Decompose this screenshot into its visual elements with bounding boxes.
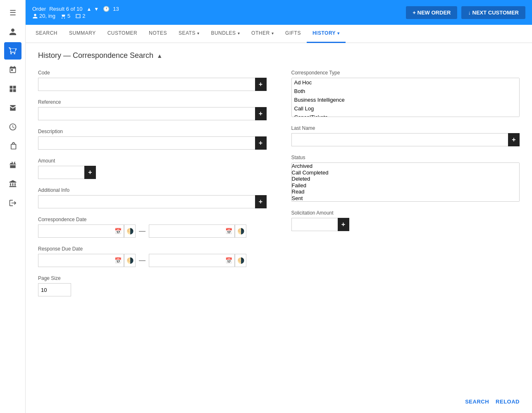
main-content: Order Result 6 of 10 ▲ ▼ 🕐 13 20, ing 5 bbox=[26, 0, 532, 413]
code-input-wrap: + bbox=[38, 78, 267, 91]
code-label: Code bbox=[38, 70, 267, 76]
tab-customer[interactable]: CUSTOMER bbox=[102, 25, 143, 43]
reference-add-btn[interactable]: + bbox=[255, 107, 267, 120]
ct-option-canceltickets[interactable]: CancelTickets bbox=[292, 113, 520, 117]
sidebar-icon-gift-bag[interactable] bbox=[4, 137, 21, 155]
tab-notes[interactable]: NOTES bbox=[143, 25, 173, 43]
additional-info-add-btn[interactable]: + bbox=[255, 195, 267, 208]
correspondence-type-group: Correspondence Type Ad Hoc Both Business… bbox=[291, 70, 520, 117]
ct-option-calllog[interactable]: Call Log bbox=[292, 104, 520, 113]
reload-button[interactable]: RELOAD bbox=[496, 399, 520, 405]
user-count: 20, ing bbox=[39, 13, 55, 19]
sidebar-icon-store[interactable] bbox=[4, 99, 21, 117]
response-due-date-label: Response Due Date bbox=[38, 246, 267, 252]
status-label: Status bbox=[291, 155, 520, 160]
sidebar-icon-cart[interactable] bbox=[4, 42, 21, 60]
clock-value: 13 bbox=[113, 6, 119, 12]
tab-other[interactable]: OTHER ▾ bbox=[246, 25, 279, 43]
corr-date-start-wrap: 📅 🌗 bbox=[38, 224, 136, 238]
page-size-input[interactable] bbox=[38, 283, 71, 296]
tab-summary[interactable]: SUMMARY bbox=[63, 25, 102, 43]
correspondence-date-label: Correspondence Date bbox=[38, 217, 267, 222]
description-group: Description + bbox=[38, 129, 267, 150]
amount-add-btn[interactable]: + bbox=[84, 166, 96, 179]
resp-date-end-input[interactable] bbox=[149, 254, 223, 267]
description-add-btn[interactable]: + bbox=[255, 136, 267, 150]
tab-seats[interactable]: SEATS ▾ bbox=[173, 25, 205, 43]
status-call-completed[interactable]: Call Completed bbox=[292, 169, 520, 176]
ct-option-both[interactable]: Both bbox=[292, 87, 520, 95]
solicitation-amount-input[interactable] bbox=[291, 218, 338, 231]
description-input-wrap: + bbox=[38, 136, 267, 150]
status-sent[interactable]: Sent bbox=[292, 195, 520, 202]
status-read[interactable]: Read bbox=[292, 189, 520, 195]
status-listbox[interactable]: Archived Call Completed Deleted Failed R… bbox=[291, 162, 520, 202]
sidebar-icon-clock[interactable] bbox=[4, 118, 21, 136]
prev-result-btn[interactable]: ▲ bbox=[86, 6, 92, 12]
corr-date-start-clock-btn[interactable]: 🌗 bbox=[124, 224, 136, 238]
additional-info-input[interactable] bbox=[38, 195, 255, 208]
collapse-icon[interactable]: ▲ bbox=[157, 53, 162, 59]
resp-date-start-input[interactable] bbox=[38, 254, 112, 267]
search-button[interactable]: SEARCH bbox=[465, 399, 489, 405]
resp-date-start-clock-btn[interactable]: 🌗 bbox=[124, 254, 136, 267]
status-deleted[interactable]: Deleted bbox=[292, 176, 520, 182]
solicitation-amount-add-btn[interactable]: + bbox=[338, 218, 349, 231]
resp-date-end-calendar-btn[interactable]: 📅 bbox=[223, 254, 235, 267]
tab-search[interactable]: SEARCH bbox=[30, 25, 63, 43]
corr-date-end-clock-btn[interactable]: 🌗 bbox=[235, 224, 246, 238]
left-column: Code + Reference + Description bbox=[38, 70, 267, 305]
ct-option-bi[interactable]: Business Intelligence bbox=[292, 95, 520, 104]
cart-count: 5 bbox=[67, 13, 70, 19]
sidebar-icon-grid[interactable] bbox=[4, 80, 21, 98]
sidebar-icon-calendar[interactable] bbox=[4, 61, 21, 79]
reference-group: Reference + bbox=[38, 99, 267, 120]
ct-option-adhoc[interactable]: Ad Hoc bbox=[292, 78, 520, 87]
next-result-btn[interactable]: ▼ bbox=[93, 6, 100, 12]
resp-date-end-clock-btn[interactable]: 🌗 bbox=[235, 254, 246, 267]
sidebar-icon-person[interactable] bbox=[4, 23, 21, 41]
sidebar-icon-bank[interactable] bbox=[4, 175, 21, 193]
sidebar: ☰ bbox=[0, 0, 26, 413]
new-order-button[interactable]: + NEW ORDER bbox=[406, 6, 457, 19]
response-due-date-group: Response Due Date 📅 🌗 — 📅 🌗 bbox=[38, 246, 267, 267]
next-customer-button[interactable]: ↓ NEXT CUSTOMER bbox=[461, 6, 525, 19]
correspondence-type-listbox[interactable]: Ad Hoc Both Business Intelligence Call L… bbox=[291, 78, 520, 117]
corr-date-end-input[interactable] bbox=[149, 224, 223, 238]
description-input[interactable] bbox=[38, 136, 255, 150]
status-archived[interactable]: Archived bbox=[292, 163, 520, 169]
amount-input[interactable] bbox=[38, 166, 84, 179]
tab-bundles[interactable]: BUNDLES ▾ bbox=[205, 25, 246, 43]
clock-icon: 🕐 bbox=[103, 6, 110, 12]
sidebar-icon-menu[interactable]: ☰ bbox=[4, 4, 21, 21]
cart-badge: 5 bbox=[60, 13, 70, 19]
last-name-input[interactable] bbox=[291, 133, 508, 146]
seats-arrow: ▾ bbox=[197, 31, 200, 36]
reference-label: Reference bbox=[38, 99, 267, 105]
nav-arrows: ▲ ▼ bbox=[86, 6, 100, 12]
tab-gifts[interactable]: GIFTS bbox=[279, 25, 307, 43]
amount-input-wrap: + bbox=[38, 166, 96, 179]
tab-history[interactable]: HISTORY ▾ bbox=[307, 25, 346, 43]
amount-group: Amount + bbox=[38, 158, 267, 179]
content-area: History — Correspondence Search ▲ Code +… bbox=[26, 43, 532, 394]
section-title: History — Correspondence Search bbox=[38, 51, 153, 60]
section-header: History — Correspondence Search ▲ bbox=[38, 51, 520, 60]
sidebar-icon-exit[interactable] bbox=[4, 194, 21, 212]
corr-date-start-calendar-btn[interactable]: 📅 bbox=[112, 224, 124, 238]
resp-date-separator: — bbox=[139, 257, 146, 264]
resp-date-start-calendar-btn[interactable]: 📅 bbox=[112, 254, 124, 267]
corr-date-start-input[interactable] bbox=[38, 224, 112, 238]
footer-actions: SEARCH RELOAD bbox=[26, 394, 532, 413]
solicitation-amount-input-wrap: + bbox=[291, 218, 349, 231]
last-name-add-btn[interactable]: + bbox=[508, 133, 520, 146]
sidebar-icon-gift-box[interactable] bbox=[4, 156, 21, 174]
code-input[interactable] bbox=[38, 78, 255, 91]
solicitation-amount-label: Solicitation Amount bbox=[291, 210, 520, 216]
reference-input[interactable] bbox=[38, 107, 255, 120]
corr-date-end-calendar-btn[interactable]: 📅 bbox=[223, 224, 235, 238]
code-add-btn[interactable]: + bbox=[255, 78, 267, 91]
topbar-row2: 20, ing 5 2 bbox=[32, 13, 119, 19]
ticket-badge: 2 bbox=[75, 13, 85, 19]
status-failed[interactable]: Failed bbox=[292, 182, 520, 189]
